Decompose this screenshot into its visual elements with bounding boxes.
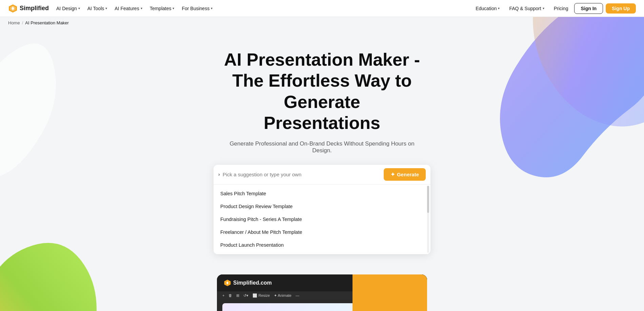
- dropdown-item-1[interactable]: Product Design Review Template: [214, 200, 430, 213]
- nav-item-ai-tools[interactable]: AI Tools ▾: [84, 4, 111, 13]
- search-dropdown: Sales Pitch Template Product Design Revi…: [214, 184, 430, 254]
- toolbar-animate-button[interactable]: ✦ Animate: [274, 293, 291, 298]
- toolbar-resize-button[interactable]: ⬜ Resize: [253, 293, 270, 298]
- scrollbar-thumb[interactable]: [427, 186, 429, 213]
- nav-item-for-business[interactable]: For Business ▾: [178, 4, 216, 13]
- nav-ai-design-label: AI Design: [56, 6, 77, 11]
- preview-logo: Simplified.com: [224, 279, 272, 287]
- logo-text: Simplified: [20, 5, 49, 12]
- preview-card: Simplified.com + 🗑 ⊞ ↺▾ ⬜ Resize ✦ Anima…: [217, 274, 427, 311]
- scrollbar-track: [427, 186, 429, 253]
- breadcrumb-separator: /: [22, 20, 23, 25]
- logo-icon: [8, 4, 18, 13]
- nav-education-label: Education: [476, 6, 497, 11]
- nav-for-business-label: For Business: [182, 6, 209, 11]
- dropdown-item-3[interactable]: Freelancer / About Me Pitch Template: [214, 226, 430, 239]
- nav-faq-chevron-icon: ▾: [543, 6, 544, 10]
- breadcrumb-current-page: AI Presentation Maker: [25, 20, 69, 25]
- nav-right: Education ▾ FAQ & Support ▾ Pricing Sign…: [472, 3, 636, 14]
- toolbar-rotate-icon[interactable]: ↺▾: [243, 293, 248, 298]
- dropdown-item-4[interactable]: Product Launch Presentation: [214, 239, 430, 251]
- nav-ai-features-chevron-icon: ▾: [141, 6, 142, 10]
- nav-item-templates[interactable]: Templates ▾: [146, 4, 178, 13]
- search-bar: › ✦ Generate: [214, 165, 430, 184]
- toolbar-delete-icon[interactable]: 🗑: [228, 293, 232, 297]
- breadcrumb: Home / AI Presentation Maker: [0, 17, 644, 29]
- signup-button[interactable]: Sign Up: [606, 3, 636, 14]
- toolbar-add-icon[interactable]: +: [222, 293, 224, 297]
- signin-button[interactable]: Sign In: [574, 3, 603, 14]
- preview-logo-text: Simplified.com: [233, 280, 272, 286]
- breadcrumb-home-link[interactable]: Home: [8, 20, 20, 25]
- search-chevron-icon: ›: [218, 172, 220, 177]
- logo[interactable]: Simplified: [8, 4, 49, 13]
- hero-subtitle: Generate Professional and On-Brand Decks…: [220, 140, 424, 154]
- nav-ai-design-chevron-icon: ▾: [78, 6, 80, 10]
- generate-icon: ✦: [390, 171, 395, 178]
- nav-ai-tools-chevron-icon: ▾: [105, 6, 107, 10]
- nav-item-pricing[interactable]: Pricing: [550, 4, 572, 13]
- nav-for-business-chevron-icon: ▾: [211, 6, 213, 10]
- nav-item-faq[interactable]: FAQ & Support ▾: [506, 4, 547, 13]
- search-container: › ✦ Generate Sales Pitch Template Produc…: [214, 165, 430, 254]
- nav-item-education[interactable]: Education ▾: [472, 4, 503, 13]
- hero-title: AI Presentation Maker -The Effortless Wa…: [203, 49, 441, 134]
- nav-templates-label: Templates: [150, 6, 172, 11]
- nav-education-chevron-icon: ▾: [498, 6, 500, 10]
- preview-yellow-background: [353, 274, 427, 311]
- search-dropdown-wrapper: Sales Pitch Template Product Design Revi…: [214, 184, 430, 254]
- nav-item-ai-design[interactable]: AI Design ▾: [53, 4, 83, 13]
- nav-menu-group: AI Design ▾ AI Tools ▾ AI Features ▾ Tem…: [53, 4, 471, 13]
- nav-faq-label: FAQ & Support: [509, 6, 541, 11]
- preview-section: Simplified.com + 🗑 ⊞ ↺▾ ⬜ Resize ✦ Anima…: [0, 274, 644, 311]
- nav-ai-features-label: AI Features: [115, 6, 139, 11]
- generate-button[interactable]: ✦ Generate: [384, 168, 426, 181]
- preview-logo-icon: [224, 279, 231, 287]
- nav-pricing-label: Pricing: [554, 6, 568, 11]
- navigation: Simplified AI Design ▾ AI Tools ▾ AI Fea…: [0, 0, 644, 17]
- nav-ai-tools-label: AI Tools: [87, 6, 104, 11]
- search-input[interactable]: [223, 172, 381, 177]
- toolbar-grid-icon[interactable]: ⊞: [236, 293, 239, 298]
- nav-templates-chevron-icon: ▾: [173, 6, 174, 10]
- dropdown-item-2[interactable]: Fundraising Pitch - Series A Template: [214, 213, 430, 226]
- dropdown-item-0[interactable]: Sales Pitch Template: [214, 187, 430, 200]
- main-content: AI Presentation Maker -The Effortless Wa…: [0, 29, 644, 254]
- generate-label: Generate: [397, 172, 419, 177]
- toolbar-more-icon[interactable]: —: [296, 293, 299, 297]
- nav-item-ai-features[interactable]: AI Features ▾: [111, 4, 145, 13]
